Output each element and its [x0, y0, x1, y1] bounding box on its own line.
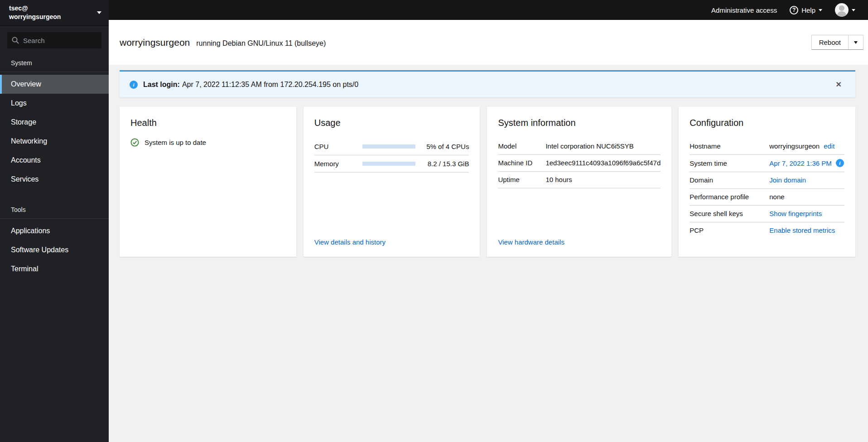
- sidebar-item-storage[interactable]: Storage: [0, 113, 109, 132]
- sidebar-item-applications[interactable]: Applications: [0, 221, 109, 240]
- performance-profile-value: none: [769, 193, 844, 201]
- usage-card: Usage CPU 5% of 4 CPUs Memory 8.2 / 15.3…: [304, 107, 480, 257]
- help-icon: ?: [790, 6, 798, 14]
- chevron-down-icon: [854, 41, 858, 44]
- cpu-label: CPU: [314, 143, 362, 150]
- page-header: worryingsurgeon running Debian GNU/Linux…: [109, 20, 868, 65]
- enable-stored-metrics-link[interactable]: Enable stored metrics: [769, 226, 844, 234]
- search-input[interactable]: [23, 37, 97, 44]
- search-icon: [12, 37, 19, 44]
- last-login-alert: i Last login:Apr 7, 2022 11:12:35 AM fro…: [120, 70, 855, 97]
- edit-hostname-link[interactable]: edit: [824, 142, 834, 150]
- domain-row: Domain Join domain: [690, 172, 844, 189]
- sidebar-item-terminal[interactable]: Terminal: [0, 259, 109, 279]
- pcp-row: PCP Enable stored metrics: [690, 222, 844, 239]
- chevron-down-icon: [97, 11, 101, 14]
- sidebar-section-system: System Overview Logs Storage Networking …: [0, 56, 109, 189]
- alert-message: Apr 7, 2022 11:12:35 AM from 172.20.254.…: [182, 81, 358, 88]
- domain-label: Domain: [690, 176, 769, 184]
- ssh-keys-row: Secure shell keys Show fingerprints: [690, 206, 844, 222]
- sidebar-section-title: Tools: [0, 202, 109, 219]
- card-title: Health: [130, 118, 285, 128]
- uptime-value: 10 hours: [545, 176, 661, 183]
- system-information-card: System information Model Intel corporati…: [487, 107, 671, 257]
- host-switcher[interactable]: tsec@ worryingsurgeon: [0, 0, 109, 26]
- check-circle-icon: [130, 138, 139, 147]
- system-time-row: System time Apr 7, 2022 1:36 PM i: [690, 155, 844, 172]
- memory-value: 8.2 / 15.3 GiB: [415, 160, 469, 168]
- sidebar-item-software-updates[interactable]: Software Updates: [0, 240, 109, 259]
- memory-usage-row: Memory 8.2 / 15.3 GiB: [314, 155, 469, 173]
- main-content: worryingsurgeon running Debian GNU/Linux…: [109, 20, 868, 442]
- sidebar-search[interactable]: [7, 32, 101, 48]
- card-title: Configuration: [690, 118, 844, 128]
- performance-profile-label: Performance profile: [690, 193, 769, 201]
- sidebar-item-networking[interactable]: Networking: [0, 132, 109, 151]
- memory-progress-bar: [362, 162, 415, 166]
- help-label: Help: [801, 6, 815, 14]
- card-title: System information: [498, 118, 661, 128]
- masthead: Administrative access ? Help: [109, 0, 868, 20]
- hostname-value: worryingsurgeon: [769, 142, 820, 150]
- performance-profile-row: Performance profile none: [690, 189, 844, 206]
- sidebar: tsec@ worryingsurgeon System Overview Lo…: [0, 0, 109, 442]
- sidebar-item-accounts[interactable]: Accounts: [0, 151, 109, 170]
- memory-label: Memory: [314, 160, 362, 168]
- close-icon[interactable]: ✕: [832, 78, 845, 91]
- hostname-row: Hostname worryingsurgeon edit: [690, 138, 844, 155]
- reboot-menu-toggle[interactable]: [848, 35, 863, 49]
- cpu-usage-row: CPU 5% of 4 CPUs: [314, 138, 469, 155]
- sidebar-item-services[interactable]: Services: [0, 170, 109, 189]
- system-time-label: System time: [690, 159, 769, 167]
- avatar: [835, 3, 849, 17]
- info-icon[interactable]: i: [836, 159, 844, 167]
- machine-id-label: Machine ID: [498, 159, 545, 167]
- card-title: Usage: [314, 118, 469, 128]
- model-row: Model Intel corporation NUC6i5SYB: [498, 138, 661, 155]
- os-subtitle: running Debian GNU/Linux 11 (bullseye): [196, 39, 326, 48]
- page-title: worryingsurgeon: [120, 37, 190, 48]
- sidebar-section-tools: Tools Applications Software Updates Term…: [0, 202, 109, 279]
- alert-title: Last login:: [143, 81, 180, 88]
- uptime-label: Uptime: [498, 176, 545, 183]
- cpu-progress-bar: [362, 144, 415, 149]
- sidebar-item-overview[interactable]: Overview: [0, 75, 109, 94]
- machine-id-row: Machine ID 1ed3eec9111c4093a1096f69a6c5f…: [498, 155, 661, 172]
- reboot-split-button: Reboot: [811, 35, 863, 50]
- session-menu[interactable]: [829, 0, 862, 20]
- ssh-keys-label: Secure shell keys: [690, 210, 769, 217]
- system-time-link[interactable]: Apr 7, 2022 1:36 PM: [769, 159, 832, 167]
- show-fingerprints-link[interactable]: Show fingerprints: [769, 210, 844, 217]
- cpu-value: 5% of 4 CPUs: [415, 143, 469, 150]
- reboot-button[interactable]: Reboot: [812, 35, 848, 49]
- host-switcher-user: tsec@: [9, 4, 61, 13]
- view-hardware-details-link[interactable]: View hardware details: [498, 238, 661, 246]
- administrative-access-label: Administrative access: [711, 6, 777, 14]
- health-status: System is up to date: [145, 139, 206, 146]
- administrative-access-button[interactable]: Administrative access: [705, 0, 783, 20]
- chevron-down-icon: [819, 9, 822, 11]
- join-domain-link[interactable]: Join domain: [769, 176, 844, 184]
- chevron-down-icon: [852, 9, 855, 11]
- model-label: Model: [498, 142, 545, 150]
- view-details-history-link[interactable]: View details and history: [314, 238, 469, 246]
- help-menu[interactable]: ? Help: [783, 0, 829, 20]
- model-value: Intel corporation NUC6i5SYB: [545, 142, 661, 150]
- pcp-label: PCP: [690, 226, 769, 234]
- uptime-row: Uptime 10 hours: [498, 172, 661, 188]
- info-icon: i: [130, 81, 138, 89]
- host-switcher-host: worryingsurgeon: [9, 13, 61, 21]
- health-card: Health System is up to date: [120, 107, 296, 257]
- hostname-label: Hostname: [690, 142, 769, 150]
- sidebar-section-title: System: [0, 56, 109, 72]
- machine-id-value: 1ed3eec9111c4093a1096f69a6c5f47d: [545, 159, 661, 167]
- configuration-card: Configuration Hostname worryingsurgeon e…: [679, 107, 855, 257]
- sidebar-item-logs[interactable]: Logs: [0, 94, 109, 113]
